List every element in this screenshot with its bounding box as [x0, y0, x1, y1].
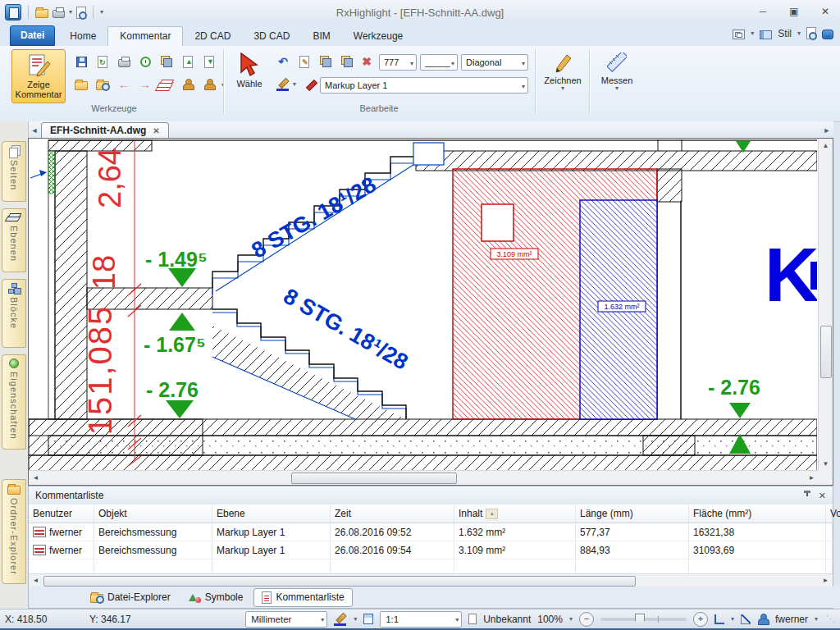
tab-kommentarliste[interactable]: Kommentarliste — [253, 588, 352, 607]
feedback-icon[interactable] — [822, 30, 833, 39]
history-icon[interactable] — [136, 52, 154, 71]
calibrate-icon[interactable] — [363, 614, 373, 624]
tab-datei[interactable]: Datei — [10, 25, 55, 46]
highlighter-icon[interactable] — [302, 75, 320, 94]
tab-home[interactable]: Home — [58, 27, 107, 46]
zeichnen-dropdown-arrow[interactable]: ▾ — [561, 85, 564, 92]
tab-bim[interactable]: BIM — [301, 27, 341, 46]
next-markup-icon[interactable]: → — [136, 75, 154, 94]
import-comments-icon[interactable]: ▼ — [200, 52, 218, 71]
vertical-scroll-thumb[interactable] — [820, 326, 832, 378]
tab-kommentar[interactable]: Kommentar — [107, 26, 183, 46]
resize-grip[interactable]: ⋱ — [826, 614, 835, 624]
col-laenge[interactable]: Länge (mm) — [576, 504, 689, 523]
open-file-icon[interactable] — [35, 9, 48, 18]
zoom-level[interactable]: 100% — [537, 614, 563, 625]
area-markup-blue[interactable]: 1.632 mm² — [580, 200, 657, 419]
stil-dropdown-arrow[interactable]: ▾ — [797, 30, 801, 37]
edit-note-icon[interactable]: ✎ — [295, 52, 313, 71]
insert-markup-file-icon[interactable] — [72, 75, 90, 94]
bring-to-front-icon[interactable] — [317, 52, 335, 71]
scroll-left-arrow[interactable]: ◄ — [29, 574, 43, 587]
document-tab[interactable]: EFH-Schnitt-AA.dwg ✕ — [41, 122, 169, 138]
table-row[interactable]: fwerner Bereichsmessung Markup Layer 1 2… — [29, 523, 833, 541]
messen-dropdown-arrow[interactable]: ▾ — [615, 85, 619, 92]
dim-text-151085[interactable]: 151,085 — [82, 305, 118, 436]
current-user[interactable]: fwerner — [775, 614, 808, 625]
snap-icon[interactable] — [741, 614, 751, 624]
coordinates-mode-arrow[interactable]: ▾ — [731, 616, 734, 623]
col-volumen[interactable]: Vo — [826, 504, 840, 523]
pin-panel-icon[interactable] — [802, 491, 810, 499]
horizontal-scroll-thumb[interactable] — [291, 472, 457, 484]
col-benutzer[interactable]: Benutzer — [29, 504, 94, 523]
col-inhalt[interactable]: Inhalt▴ — [454, 504, 576, 523]
pen-width-combo[interactable]: 777▾ — [379, 54, 417, 71]
zeige-kommentar-button[interactable]: Zeige Kommentar — [11, 49, 66, 103]
minimize-button[interactable]: ─ — [753, 4, 773, 19]
col-flaeche[interactable]: Fläche (mm²) — [689, 504, 826, 523]
customize-toolbar-arrow[interactable]: ▾ — [100, 9, 103, 16]
measure-settings-arrow[interactable]: ▾ — [354, 616, 357, 623]
user-image-filter-icon[interactable]: ▾ — [200, 75, 218, 94]
help-icon[interactable] — [806, 27, 816, 39]
table-row[interactable]: fwerner Bereichsmessung Markup Layer 1 2… — [29, 541, 833, 559]
drawing-canvas[interactable]: 2,64 18 151,085 3.109 mm² 1.632 mm² - 1.… — [29, 139, 817, 471]
send-to-back-icon[interactable] — [338, 52, 356, 71]
zoom-slider-thumb[interactable] — [635, 614, 645, 626]
scroll-right-arrow[interactable]: ► — [805, 471, 819, 485]
paste-icon[interactable] — [158, 52, 176, 71]
scroll-up-arrow[interactable]: ▲ — [819, 139, 833, 153]
export-comments-icon[interactable]: ▲ — [179, 52, 197, 71]
sidebar-tab-ebenen[interactable]: Ebenen — [2, 208, 26, 272]
line-style-combo[interactable]: _____▾ — [420, 54, 458, 71]
print-comments-icon[interactable] — [115, 52, 133, 71]
panel-scroll-thumb[interactable] — [43, 576, 636, 587]
zoom-slider[interactable] — [600, 618, 687, 621]
col-objekt[interactable]: Objekt — [94, 504, 212, 523]
find-markup-icon[interactable] — [94, 75, 112, 94]
stil-label[interactable]: Stil — [778, 28, 792, 39]
messen-button[interactable]: Messen ▾ — [596, 49, 638, 112]
waehle-button[interactable]: Wähle — [230, 49, 269, 112]
reload-comments-icon[interactable]: ↻ — [94, 52, 112, 71]
dim-text-264[interactable]: 2,64 — [93, 148, 127, 208]
close-button[interactable]: ✕ — [815, 4, 835, 19]
coordinates-mode-icon[interactable] — [714, 614, 724, 624]
doc-tabs-scroll-left[interactable]: ◄ — [28, 123, 41, 138]
arrange-windows-icon[interactable] — [733, 30, 745, 39]
scroll-left-arrow[interactable]: ◄ — [29, 471, 43, 485]
close-panel-icon[interactable]: ✕ — [819, 491, 826, 501]
panels-icon[interactable] — [760, 30, 772, 39]
sidebar-tab-seiten[interactable]: Seiten — [2, 141, 26, 202]
print-icon[interactable] — [52, 10, 65, 18]
tab-3d-cad[interactable]: 3D CAD — [242, 27, 301, 46]
scroll-right-arrow[interactable]: ► — [819, 574, 833, 587]
zoom-in-button[interactable]: + — [693, 612, 708, 627]
tab-2d-cad[interactable]: 2D CAD — [183, 27, 242, 46]
delete-markup-icon[interactable]: ✖ — [358, 52, 376, 71]
undo-icon[interactable]: ↶ — [274, 52, 292, 71]
doc-tab-close-icon[interactable]: ✕ — [153, 126, 159, 135]
area-label-blue[interactable]: 1.632 mm² — [604, 303, 639, 311]
sidebar-tab-bloecke[interactable]: Blöcke — [2, 279, 26, 348]
col-ebene[interactable]: Ebene — [212, 504, 331, 523]
scale-combo[interactable]: 1:1▾ — [380, 611, 462, 628]
hatch-style-combo[interactable]: Diagonal▾ — [461, 54, 528, 71]
print-preview-icon[interactable] — [76, 7, 86, 19]
scroll-down-arrow[interactable]: ▼ — [819, 457, 833, 471]
previous-markup-icon[interactable]: ← — [115, 75, 133, 94]
canvas-vertical-scrollbar[interactable]: ▲ ▼ — [818, 139, 833, 471]
tab-datei-explorer[interactable]: Datei-Explorer — [83, 589, 178, 605]
doc-tabs-scroll-right[interactable]: ► — [820, 123, 833, 138]
zoom-dropdown-arrow[interactable]: ▾ — [569, 616, 573, 623]
zoom-out-button[interactable]: − — [579, 612, 594, 627]
panel-horizontal-scrollbar[interactable]: ◄ ► — [29, 573, 833, 587]
markup-layers-icon[interactable] — [158, 75, 176, 94]
app-icon[interactable] — [5, 4, 21, 21]
tab-werkzeuge[interactable]: Werkzeuge — [342, 27, 414, 46]
zeichnen-button[interactable]: Zeichnen ▾ — [541, 49, 584, 112]
print-dropdown-arrow[interactable]: ▾ — [69, 9, 72, 16]
canvas-horizontal-scrollbar[interactable]: ◄ ► — [29, 470, 819, 485]
col-zeit[interactable]: Zeit — [331, 504, 454, 523]
